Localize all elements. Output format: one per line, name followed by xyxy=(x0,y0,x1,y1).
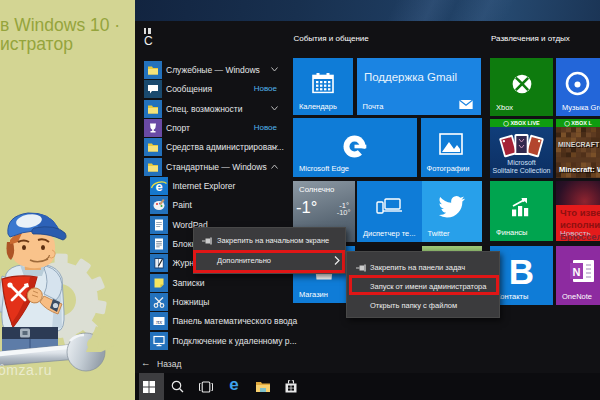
svg-text:πx: πx xyxy=(155,318,161,325)
svg-text:N: N xyxy=(573,266,581,278)
svg-text:e: e xyxy=(155,178,162,193)
